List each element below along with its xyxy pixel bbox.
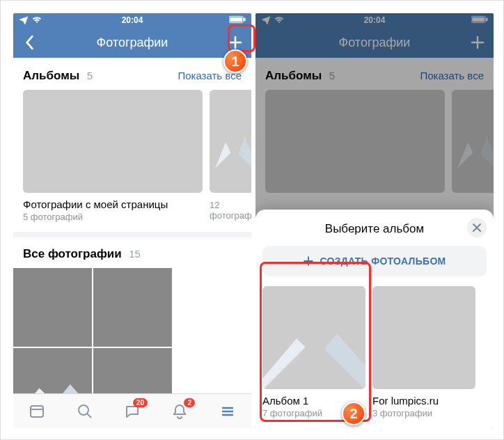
plus-icon [303, 256, 314, 267]
airplane-mode-icon [19, 15, 29, 26]
photo-thumb[interactable] [93, 268, 172, 347]
svg-rect-12 [473, 17, 485, 22]
create-album-button[interactable]: СОЗДАТЬ ФОТОАЛЬБОМ [262, 246, 487, 276]
battery-icon [471, 15, 488, 26]
albums-section-header: Альбомы 5 Показать все [13, 58, 251, 90]
add-button[interactable] [464, 27, 491, 58]
albums-scroll [255, 90, 494, 193]
page-title: Фотографии [339, 36, 411, 50]
sheet-close-button[interactable] [467, 218, 487, 237]
photo-thumb[interactable] [13, 268, 92, 347]
tab-feed[interactable] [23, 398, 51, 425]
back-button[interactable] [16, 27, 42, 58]
albums-show-all-link[interactable]: Показать все [178, 70, 242, 81]
close-icon [472, 223, 482, 233]
wifi-icon [32, 15, 42, 26]
albums-count: 5 [329, 70, 335, 81]
status-clock: 20:04 [364, 15, 386, 25]
allphotos-section-header: Все фотографии 15 [13, 237, 251, 268]
album-item [452, 90, 494, 193]
albums-scroll[interactable]: Фотографии с моей страницы 5 фотографий … [13, 90, 251, 222]
screenshot-step-2: 20:04 Фотографии Альбомы 5 Показать все [255, 13, 494, 428]
album-name: Фотографии с моей страницы [23, 198, 203, 210]
page-title: Фотографии [97, 36, 168, 50]
battery-icon [229, 15, 246, 26]
album-item [265, 90, 445, 193]
tab-bar: 20 2 [13, 393, 251, 428]
albums-count: 5 [87, 70, 93, 81]
albums-show-all-link[interactable]: Показать все [420, 70, 484, 81]
album-sub: 12 фотографий [210, 200, 251, 221]
nav-header: Фотографии [13, 27, 251, 58]
albums-section-header: Альбомы 5 Показать все [255, 58, 494, 90]
album-thumb [452, 90, 494, 193]
svg-rect-3 [31, 406, 43, 417]
album-thumb [372, 286, 475, 389]
album-name: For lumpics.ru [372, 395, 475, 407]
messages-badge: 20 [133, 398, 148, 407]
album-name: Альбом 1 [262, 395, 365, 407]
album-item[interactable]: 12 фотографий [210, 90, 251, 222]
album-item[interactable]: Фотографии с моей страницы 5 фотографий [23, 90, 203, 222]
album-sub: 7 фотографий [262, 408, 365, 418]
photo-thumb[interactable] [93, 348, 172, 397]
screenshot-step-1: 20:04 Фотографии Альбомы 5 Показать все [13, 13, 251, 428]
album-thumb [210, 90, 251, 193]
svg-rect-2 [230, 17, 242, 22]
album-picker-sheet: Выберите альбом СОЗДАТЬ ФОТОАЛЬБОМ Альбо… [255, 210, 494, 428]
svg-rect-1 [244, 18, 245, 21]
notifications-badge: 2 [184, 398, 195, 407]
sheet-album-item[interactable]: For lumpics.ru 3 фотографии [372, 286, 475, 418]
allphotos-count: 15 [129, 248, 141, 260]
album-thumb [23, 90, 203, 193]
sheet-albums-row: Альбом 1 7 фотографий For lumpics.ru 3 ф… [255, 286, 494, 418]
albums-title: Альбомы [23, 69, 79, 82]
album-sub: 3 фотографии [372, 408, 475, 418]
tab-search[interactable] [71, 398, 99, 425]
sheet-album-item[interactable]: Альбом 1 7 фотографий [262, 286, 365, 418]
tab-notifications[interactable]: 2 [166, 398, 194, 425]
status-bar: 20:04 [13, 13, 251, 27]
status-bar: 20:04 [255, 13, 494, 27]
sheet-title: Выберите альбом [255, 210, 494, 246]
add-button[interactable] [222, 27, 249, 58]
tab-messages[interactable]: 20 [118, 398, 146, 425]
svg-point-5 [79, 405, 88, 415]
svg-rect-11 [486, 18, 487, 21]
airplane-mode-icon [261, 15, 271, 26]
albums-title: Альбомы [265, 69, 322, 82]
svg-line-6 [87, 414, 91, 418]
album-thumb [265, 90, 445, 193]
wifi-icon [274, 15, 284, 26]
tab-menu[interactable] [214, 398, 242, 425]
album-thumb [262, 286, 365, 389]
album-sub: 5 фотографий [23, 212, 203, 222]
allphotos-title: Все фотографии [23, 247, 122, 260]
create-album-label: СОЗДАТЬ ФОТОАЛЬБОМ [320, 256, 446, 267]
nav-header: Фотографии [255, 27, 494, 58]
status-clock: 20:04 [122, 15, 143, 25]
section-divider [13, 232, 251, 237]
